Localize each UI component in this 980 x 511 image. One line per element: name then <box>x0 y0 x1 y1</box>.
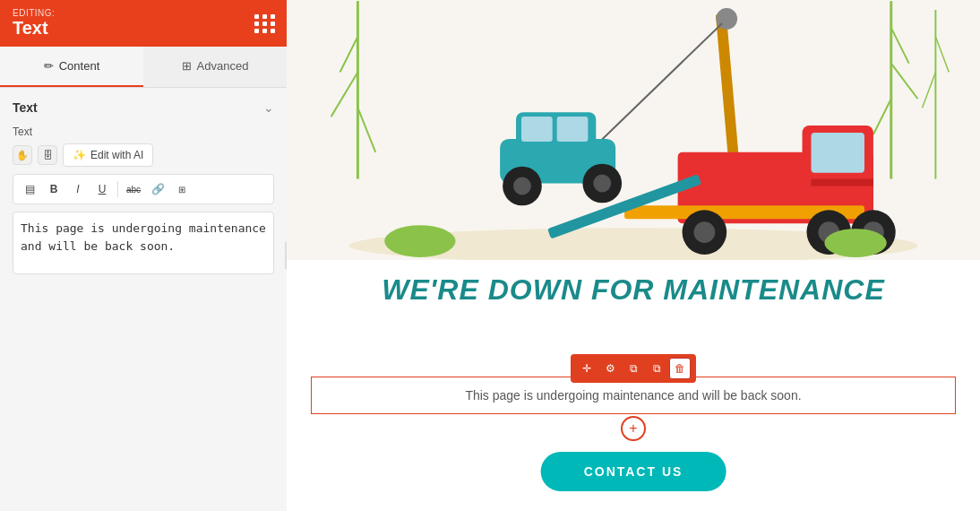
text-editor[interactable]: This page is undergoing maintenance and … <box>13 212 274 274</box>
layout-icon: ⊞ <box>182 59 192 73</box>
copy-icon[interactable]: ⧉ <box>623 358 644 379</box>
ai-toolbar: ✋ 🗄 ✨ Edit with AI <box>13 143 274 167</box>
maintenance-title: WE'RE DOWN FOR MAINTENANCE <box>382 273 885 307</box>
svg-point-37 <box>824 229 886 257</box>
grid-icon[interactable] <box>254 14 276 33</box>
svg-rect-31 <box>557 117 589 142</box>
svg-rect-26 <box>811 179 873 186</box>
format-toolbar: ▤ B I U abc 🔗 ⊞ <box>13 174 274 204</box>
strikethrough-button[interactable]: abc <box>123 178 144 200</box>
chevron-down-icon[interactable]: ⌄ <box>263 100 274 115</box>
delete-icon[interactable]: 🗑 <box>669 358 691 379</box>
sparkle-icon: ✨ <box>73 149 86 161</box>
bold-button[interactable]: B <box>43 178 64 200</box>
maintenance-section: WE'RE DOWN FOR MAINTENANCE <box>287 260 980 323</box>
panel-title: Text <box>13 18 55 39</box>
text-section-header: Text ⌄ <box>13 100 274 115</box>
contact-us-button[interactable]: CONTACT US <box>541 452 726 491</box>
duplicate-icon[interactable]: ⧉ <box>646 358 667 379</box>
svg-point-33 <box>513 178 531 195</box>
tow-truck-illustration <box>287 0 980 260</box>
section-title: Text <box>13 100 38 115</box>
left-panel: EDITING: Text ✏ Content ⊞ Advanced Text … <box>0 0 287 511</box>
tab-content[interactable]: ✏ Content <box>0 47 143 87</box>
text-box-content: This page is undergoing maintenance and … <box>465 388 801 403</box>
svg-rect-30 <box>521 117 553 142</box>
panel-header-left: EDITING: Text <box>13 8 55 39</box>
underline-button[interactable]: U <box>91 178 113 200</box>
link-button[interactable]: 🔗 <box>147 178 168 200</box>
move-icon[interactable]: ✛ <box>576 358 597 379</box>
panel-content: Text ⌄ Text ✋ 🗄 ✨ Edit with AI ▤ B I U a… <box>0 88 287 511</box>
floating-toolbar: ✛ ⚙ ⧉ ⧉ 🗑 <box>571 354 696 383</box>
collapse-handle[interactable]: ‹ <box>285 242 287 269</box>
svg-point-36 <box>384 225 455 257</box>
table-button[interactable]: ⊞ <box>171 178 193 200</box>
canvas-area: WE'RE DOWN FOR MAINTENANCE ✛ ⚙ ⧉ ⧉ 🗑 Thi… <box>287 0 980 511</box>
pencil-icon: ✏ <box>44 59 54 73</box>
database-icon[interactable]: 🗄 <box>38 145 57 165</box>
illustration-container <box>287 0 980 260</box>
add-section-button[interactable]: + <box>621 416 646 441</box>
svg-point-35 <box>593 175 611 193</box>
panel-tabs: ✏ Content ⊞ Advanced <box>0 47 287 88</box>
field-label: Text <box>13 126 274 138</box>
right-panel: WE'RE DOWN FOR MAINTENANCE ✛ ⚙ ⧉ ⧉ 🗑 Thi… <box>287 0 980 511</box>
edit-with-ai-button[interactable]: ✨ Edit with AI <box>63 143 153 167</box>
settings-icon[interactable]: ⚙ <box>599 358 621 379</box>
editing-label: EDITING: <box>13 8 55 18</box>
panel-header: EDITING: Text <box>0 0 287 47</box>
tab-advanced[interactable]: ⊞ Advanced <box>143 47 287 87</box>
italic-button[interactable]: I <box>67 178 89 200</box>
svg-rect-18 <box>811 133 864 173</box>
separator <box>117 181 118 197</box>
format-paragraph-icon[interactable]: ▤ <box>19 178 40 200</box>
svg-point-21 <box>693 221 715 243</box>
hand-icon[interactable]: ✋ <box>13 145 32 165</box>
